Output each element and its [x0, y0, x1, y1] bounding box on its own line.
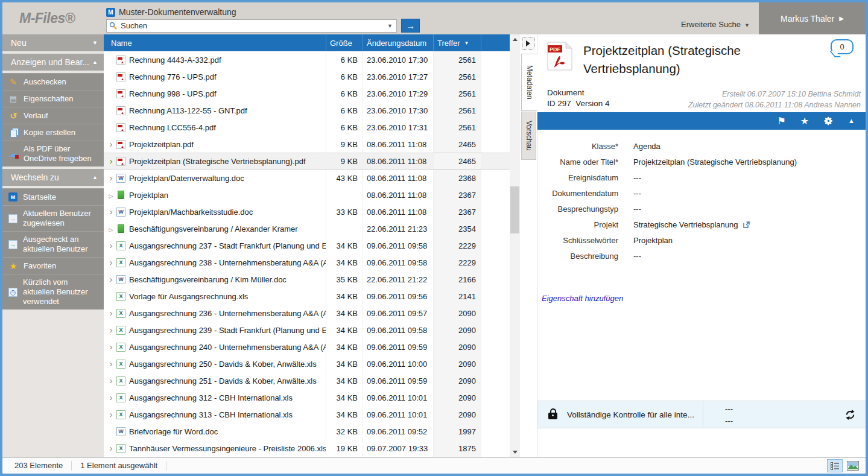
panel-expand-button[interactable] — [522, 37, 534, 49]
sidebar-item[interactable]: Als PDF über OneDrive freigeben — [2, 141, 104, 167]
field-value[interactable]: --- — [633, 205, 641, 214]
metadata-field-row[interactable]: Ereignisdatum --- — [537, 170, 862, 185]
table-row[interactable]: Rechnung 4443-A-332.pdf 6 KB 23.06.2010 … — [104, 51, 510, 68]
preview-view-button[interactable] — [845, 459, 861, 472]
advanced-search-button[interactable]: Erweiterte Suche▼ — [681, 20, 750, 29]
scroll-up-button[interactable] — [510, 34, 520, 45]
table-row[interactable]: Projektplan/Machbarkeitsstudie.doc 33 KB… — [104, 203, 510, 220]
expander-icon[interactable] — [107, 343, 115, 352]
sidebar-item[interactable]: Startseite — [2, 188, 104, 205]
tab-preview[interactable]: Vorschau — [521, 112, 536, 160]
field-value[interactable]: --- — [633, 189, 641, 198]
sidebar-item[interactable]: Kopie erstellen — [2, 124, 104, 141]
table-row[interactable]: Beschäftigungsvereinbarung / Alexander K… — [104, 220, 510, 237]
table-row[interactable]: Ausgangsrechnung 251 - Davids & Kober, A… — [104, 372, 510, 389]
expander-icon[interactable] — [107, 309, 115, 318]
column-header-name[interactable]: Name — [104, 34, 326, 51]
table-row[interactable]: Rechnung 998 - UPS.pdf 6 KB 23.06.2010 1… — [104, 85, 510, 102]
workflow-cell[interactable]: --- --- — [703, 401, 866, 428]
table-row[interactable]: Rechnung LCC556-4.pdf 6 KB 23.06.2010 17… — [104, 119, 510, 136]
sidebar-item[interactable]: Ausgecheckt an aktuellen Benutzer — [2, 231, 104, 257]
field-value[interactable]: --- — [633, 252, 641, 261]
expander-icon[interactable] — [107, 224, 115, 233]
table-row[interactable]: Ausgangsrechnung 312 - CBH International… — [104, 389, 510, 406]
expander-icon[interactable] — [107, 360, 115, 369]
metadata-field-row[interactable]: Besprechungstyp --- — [537, 201, 862, 217]
scrollbar-thumb[interactable] — [510, 186, 519, 233]
expander-icon[interactable] — [107, 275, 115, 284]
user-menu-button[interactable]: Markus Thaler ▶ — [759, 2, 866, 34]
table-row[interactable]: Ausgangsrechnung 238 - Unternehmensberat… — [104, 254, 510, 271]
table-row[interactable]: Ausgangsrechnung 250 - Davids & Kober, A… — [104, 355, 510, 372]
sidebar-item[interactable]: Auschecken — [2, 73, 104, 90]
expander-icon[interactable] — [107, 174, 115, 183]
table-row[interactable]: Ausgangsrechnung 237 - Stadt Frankfurt (… — [104, 237, 510, 254]
table-row[interactable]: Rechnung 776 - UPS.pdf 6 KB 23.06.2010 1… — [104, 68, 510, 85]
table-row[interactable]: Projektzeitplan (Strategische Vertriebsp… — [104, 153, 510, 170]
list-view-button[interactable] — [827, 459, 843, 472]
table-row[interactable]: Ausgangsrechnung 240 - Unternehmensberat… — [104, 338, 510, 355]
expander-icon[interactable] — [107, 208, 115, 217]
field-value[interactable]: --- — [633, 173, 641, 182]
expander-icon[interactable] — [107, 444, 115, 453]
expander-icon[interactable] — [107, 157, 115, 166]
comments-badge[interactable]: 0 — [831, 39, 854, 54]
collapse-icon[interactable]: ▲ — [848, 112, 855, 130]
external-link-icon[interactable] — [743, 221, 750, 229]
table-row[interactable]: Projektplan 08.06.2011 11:08 2367 — [104, 186, 510, 203]
sidebar-section-goto[interactable]: Wechseln zu ▲ — [2, 169, 104, 186]
sidebar-item[interactable]: Aktuellem Benutzer zugewiesen — [2, 205, 104, 231]
expander-icon[interactable] — [107, 258, 115, 267]
tab-metadata[interactable]: Metadaten — [521, 54, 537, 111]
search-box[interactable]: ▼ — [106, 19, 397, 33]
list-scrollbar[interactable] — [510, 34, 520, 457]
expander-icon[interactable] — [107, 140, 115, 149]
table-row[interactable]: Vorlage für Ausgangsrechnung.xls 34 KB 0… — [104, 288, 510, 305]
flag-icon[interactable]: ⚑ — [777, 112, 785, 130]
field-value[interactable]: Strategische Vertriebsplanung — [633, 220, 738, 229]
search-input[interactable] — [119, 21, 386, 31]
expander-icon[interactable] — [107, 393, 115, 402]
table-row[interactable]: Projektplan/Datenverwaltung.doc 43 KB 08… — [104, 170, 510, 186]
table-row[interactable]: Ausgangsrechnung 239 - Stadt Frankfurt (… — [104, 322, 510, 338]
sidebar-section-view-edit[interactable]: Anzeigen und Bear... ▲ — [2, 54, 104, 71]
field-value[interactable]: Projektzeitplan (Strategische Vertriebsp… — [633, 157, 797, 167]
column-header-size[interactable]: Größe — [326, 34, 363, 51]
add-property-link[interactable]: Eigenschaft hinzufügen — [542, 294, 623, 303]
table-row[interactable]: Rechnung A113-122-55 - GNT.pdf 6 KB 23.0… — [104, 102, 510, 119]
expander-icon[interactable] — [107, 376, 115, 386]
column-header-hits[interactable]: Treffer▼ — [433, 34, 481, 51]
table-row[interactable]: Ausgangsrechnung 236 - Unternehmensberat… — [104, 305, 510, 322]
expander-icon[interactable] — [107, 410, 115, 419]
table-row[interactable]: Ausgangsrechnung 313 - CBH International… — [104, 406, 510, 423]
search-dropdown-chevron-icon[interactable]: ▼ — [386, 23, 394, 29]
sidebar-item[interactable]: Favoriten — [2, 257, 104, 274]
table-row[interactable]: Tannhäuser Vermessungsingenieure - Preis… — [104, 440, 510, 457]
metadata-field-row[interactable]: Beschreibung --- — [537, 248, 862, 264]
field-value[interactable]: Projektplan — [633, 236, 673, 245]
metadata-field-row[interactable]: Schlüsselwörter Projektplan — [537, 232, 862, 248]
metadata-field-row[interactable]: Dokumentendatum --- — [537, 185, 862, 201]
metadata-field-row[interactable]: Name oder Titel* Projektzeitplan (Strate… — [537, 154, 862, 170]
sidebar-item[interactable]: Verlauf — [2, 107, 104, 124]
gear-icon[interactable] — [823, 116, 834, 126]
table-row[interactable]: Projektzeitplan.pdf 9 KB 08.06.2011 11:0… — [104, 136, 510, 153]
file-type-icon — [116, 123, 125, 132]
expander-icon[interactable] — [107, 326, 115, 335]
search-go-button[interactable]: → — [401, 19, 420, 33]
sidebar-item[interactable]: Kürzlich vom aktuellen Benutzer verwende… — [2, 274, 104, 309]
metadata-field-row[interactable]: Projekt Strategische Vertriebsplanung — [537, 217, 862, 232]
table-row[interactable]: Beschäftigungsvereinbarung / Kim Müller.… — [104, 271, 510, 288]
scroll-down-button[interactable] — [510, 447, 520, 457]
sidebar-item[interactable]: Eigenschaften — [2, 90, 104, 107]
field-value[interactable]: Agenda — [633, 142, 661, 151]
metadata-field-row[interactable]: Klasse* Agenda — [537, 138, 862, 154]
column-header-date[interactable]: Änderungsdatum — [363, 34, 433, 51]
permissions-cell[interactable]: Vollständige Kontrolle für alle inte... — [537, 401, 703, 428]
sidebar-section-new[interactable]: Neu ▼ — [2, 34, 104, 51]
expander-icon[interactable] — [107, 241, 115, 250]
expander-icon[interactable] — [107, 191, 115, 200]
favorite-star-icon[interactable]: ★ — [800, 112, 809, 130]
table-row[interactable]: Briefvorlage für Word.doc 32 KB 09.06.20… — [104, 423, 510, 440]
refresh-icon[interactable] — [844, 409, 856, 422]
